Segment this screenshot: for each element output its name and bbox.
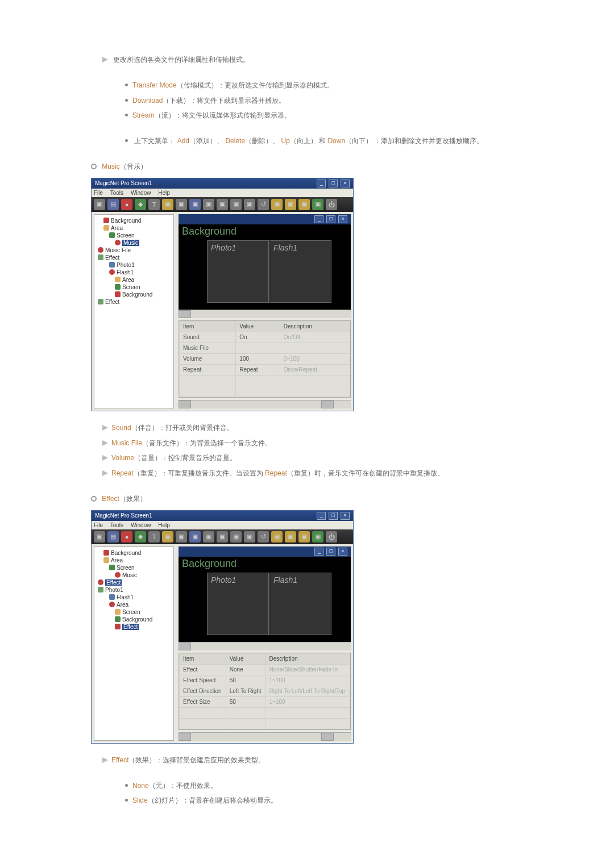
tree-node[interactable]: Area <box>113 276 172 283</box>
flash-card[interactable]: Flash1 <box>269 573 331 635</box>
tb-icon[interactable]: ▣ <box>176 531 187 542</box>
tb-icon[interactable]: ▣ <box>189 531 201 542</box>
grid-cell[interactable] <box>236 343 280 353</box>
tree-node[interactable]: Area <box>107 601 172 608</box>
tree-node[interactable]: Effect <box>113 623 172 631</box>
tb-text-icon[interactable]: T <box>148 531 160 542</box>
grid-row[interactable]: Effect Size501~100 <box>180 696 350 707</box>
grid-row[interactable]: Effect DirectionLeft To RightRight To Le… <box>180 686 350 696</box>
canvas-area[interactable]: Background Photo1 Flash1 <box>179 224 351 310</box>
tb-icon[interactable]: ▣ <box>271 531 283 542</box>
maximize-button[interactable]: □ <box>329 180 338 187</box>
canvas-area[interactable]: Background Photo1 Flash1 <box>179 557 351 642</box>
tb-icon[interactable]: ▣ <box>217 531 228 542</box>
grid-cell[interactable]: 50 <box>226 696 265 707</box>
grid-cell[interactable]: 100 <box>236 353 280 364</box>
tree-node[interactable]: Background <box>101 217 172 224</box>
minimize-button[interactable]: _ <box>317 512 326 520</box>
tree-node[interactable]: Screen <box>113 608 172 616</box>
inner-min-button[interactable]: _ <box>314 215 323 223</box>
tree-node[interactable]: Music File <box>96 247 172 254</box>
tb-text-icon[interactable]: T <box>148 199 160 210</box>
tb-icon[interactable]: ● <box>121 531 132 542</box>
grid-row[interactable]: Effect Speed501~100 <box>180 675 350 686</box>
tree-node[interactable]: Music <box>113 239 172 247</box>
grid-row[interactable]: Music File <box>180 343 350 353</box>
tb-icon[interactable]: ▣ <box>217 199 228 210</box>
tb-icon[interactable]: ▣ <box>285 531 296 542</box>
tree-node[interactable]: Photo1 <box>96 586 172 594</box>
photo-card[interactable]: Photo1 <box>207 573 269 635</box>
menu-window[interactable]: Window <box>131 190 151 196</box>
tree-node[interactable]: Screen <box>107 564 172 571</box>
tree-node[interactable]: Background <box>101 549 172 557</box>
tb-icon[interactable]: ▣ <box>203 531 214 542</box>
tb-icon[interactable]: ▣ <box>244 199 255 210</box>
grid-row[interactable]: SoundOnOn/Off <box>180 332 350 343</box>
tree-node[interactable]: Flash1 <box>107 269 172 276</box>
tb-icon[interactable]: ↺ <box>258 531 269 542</box>
inner-min-button[interactable]: _ <box>314 548 323 556</box>
tb-icon[interactable]: ◆ <box>135 199 146 210</box>
tb-power-icon[interactable]: ⏻ <box>326 531 337 542</box>
tb-icon[interactable]: ◆ <box>135 531 146 542</box>
tb-icon[interactable]: ● <box>121 199 132 210</box>
grid-cell[interactable]: None <box>226 664 265 675</box>
tb-icon[interactable]: ▤ <box>107 199 119 210</box>
tb-icon[interactable]: ▣ <box>312 199 323 210</box>
tb-icon[interactable]: ▣ <box>285 199 296 210</box>
maximize-button[interactable]: □ <box>329 512 338 520</box>
menu-tools[interactable]: Tools <box>110 522 123 528</box>
inner-max-button[interactable]: □ <box>326 215 335 223</box>
grid-cell[interactable]: On <box>236 332 280 343</box>
grid-scrollbar[interactable] <box>179 732 351 741</box>
tree-node[interactable]: Effect <box>96 298 172 306</box>
tb-icon[interactable]: ▣ <box>298 199 310 210</box>
tree-node[interactable]: Screen <box>113 283 172 291</box>
tree-node[interactable]: Photo1 <box>107 261 172 269</box>
inner-max-button[interactable]: □ <box>326 548 335 556</box>
tree-node[interactable]: Area <box>101 557 172 564</box>
close-button[interactable]: × <box>341 180 350 187</box>
tb-power-icon[interactable]: ⏻ <box>326 199 337 210</box>
grid-row[interactable]: Volume1000~100 <box>180 353 350 364</box>
grid-scrollbar[interactable] <box>179 400 351 408</box>
tb-icon[interactable]: ▤ <box>107 531 119 542</box>
h-scrollbar[interactable] <box>179 310 351 318</box>
tree-panel[interactable]: BackgroundAreaScreenMusicMusic FileEffec… <box>94 214 174 408</box>
tree-node[interactable]: Effect <box>96 579 172 586</box>
menu-help[interactable]: Help <box>158 522 170 528</box>
grid-row[interactable]: EffectNoneNone/Slide/Shutter/Fade In <box>180 664 350 675</box>
tb-icon[interactable]: ▣ <box>189 199 201 210</box>
grid-cell[interactable]: Repeat <box>236 364 280 375</box>
tb-icon[interactable]: ▣ <box>230 531 242 542</box>
tree-node[interactable]: Background <box>113 291 172 298</box>
tb-icon[interactable]: ▣ <box>94 531 105 542</box>
menu-tools[interactable]: Tools <box>110 190 123 196</box>
minimize-button[interactable]: _ <box>317 180 326 187</box>
tb-icon[interactable]: ▣ <box>176 199 187 210</box>
menu-help[interactable]: Help <box>158 190 170 196</box>
tb-icon[interactable]: ▣ <box>312 531 323 542</box>
tb-icon[interactable]: ▣ <box>203 199 214 210</box>
tree-node[interactable]: Flash1 <box>107 594 172 601</box>
tb-icon[interactable]: ▣ <box>162 199 173 210</box>
flash-card[interactable]: Flash1 <box>269 240 331 303</box>
tb-icon[interactable]: ▣ <box>244 531 255 542</box>
tree-node[interactable]: Background <box>113 616 172 623</box>
tree-panel[interactable]: BackgroundAreaScreenMusicEffectPhoto1Fla… <box>94 546 174 741</box>
menu-window[interactable]: Window <box>131 522 151 528</box>
photo-card[interactable]: Photo1 <box>207 240 269 303</box>
inner-close-button[interactable]: × <box>338 548 347 556</box>
grid-cell[interactable]: Left To Right <box>226 686 265 696</box>
property-grid[interactable]: ItemValueDescriptionSoundOnOn/OffMusic F… <box>179 320 351 398</box>
tb-icon[interactable]: ▣ <box>271 199 283 210</box>
tb-icon[interactable]: ▣ <box>230 199 242 210</box>
tb-icon[interactable]: ▣ <box>162 531 173 542</box>
inner-close-button[interactable]: × <box>338 215 347 223</box>
grid-row[interactable]: RepeatRepeatOnce/Repeat <box>180 364 350 375</box>
property-grid[interactable]: ItemValueDescriptionEffectNoneNone/Slide… <box>179 653 351 730</box>
tree-node[interactable]: Effect <box>96 254 172 261</box>
tree-node[interactable]: Screen <box>107 232 172 239</box>
close-button[interactable]: × <box>341 512 350 520</box>
